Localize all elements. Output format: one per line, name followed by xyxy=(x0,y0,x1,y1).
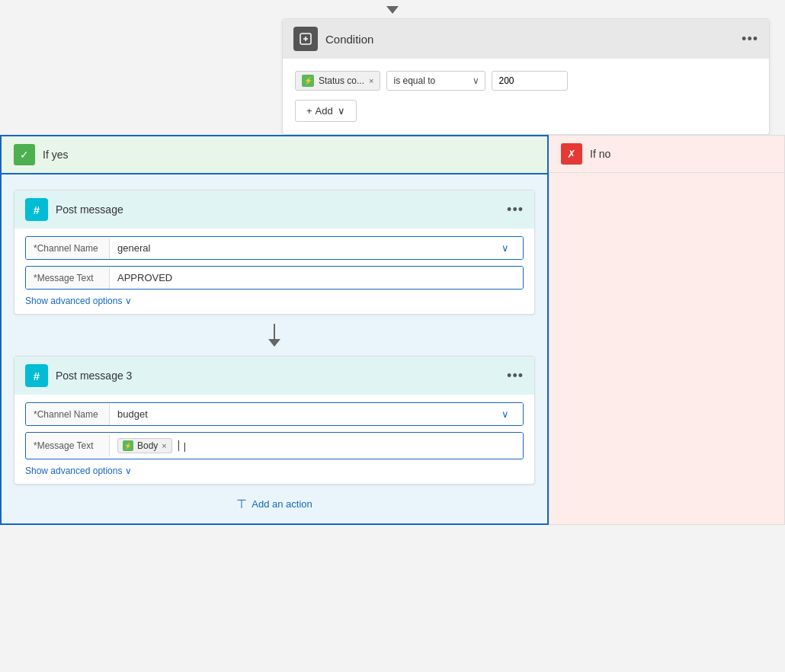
chip-close-button[interactable]: × xyxy=(369,76,373,85)
add-action-button[interactable]: ⊤ Add an action xyxy=(236,497,312,511)
body-chip-close[interactable]: × xyxy=(162,441,166,450)
condition-value-input[interactable] xyxy=(492,71,568,91)
post-message-1-icon: # xyxy=(25,198,48,221)
operator-select[interactable]: is equal to is not equal to is greater t… xyxy=(386,71,485,91)
if-no-column: ✗ If no xyxy=(549,135,785,525)
text-cursor xyxy=(178,440,179,451)
channel-name-label-2: *Channel Name xyxy=(26,404,110,425)
channel-name-value-1[interactable]: general ∨ xyxy=(110,237,523,259)
message-text-value-1[interactable]: APPROVED xyxy=(110,267,523,289)
condition-menu-dots[interactable]: ••• xyxy=(742,31,758,47)
arrow-down-icon-2 xyxy=(268,339,280,347)
add-action-row: ⊤ Add an action xyxy=(14,497,535,511)
channel-name-label-1: *Channel Name xyxy=(26,238,110,259)
post-message-2-icon: # xyxy=(25,364,48,387)
message-text-value-2[interactable]: ⚡ Body × | xyxy=(110,433,523,459)
message-text-row-2: *Message Text ⚡ Body × | xyxy=(25,432,524,459)
channel-name-row-1: *Channel Name general ∨ xyxy=(25,236,524,260)
post-message-1-body: *Channel Name general ∨ *Message Text AP… xyxy=(14,229,534,314)
post-message-2-body: *Channel Name budget ∨ *Message Text xyxy=(14,395,534,484)
channel-name-value-2[interactable]: budget ∨ xyxy=(110,403,523,425)
channel-chevron-2: ∨ xyxy=(495,408,515,420)
condition-row: ⚡ Status co... × is equal to is not equa… xyxy=(295,71,757,91)
cursor-line: | xyxy=(184,440,186,452)
add-action-icon: ⊤ xyxy=(236,497,247,511)
post-message-2-card: # Post message 3 ••• *Channel Name budge… xyxy=(14,356,535,485)
post-message-2-title: Post message 3 xyxy=(56,370,499,382)
if-no-label: If no xyxy=(590,148,610,160)
if-no-icon: ✗ xyxy=(561,143,582,165)
post-message-1-title: Post message xyxy=(56,203,499,216)
condition-icon xyxy=(293,27,318,51)
if-yes-column: ✓ If yes # Post message ••• *Channel Nam… xyxy=(0,135,549,525)
condition-title: Condition xyxy=(325,33,734,46)
page-container: Condition ••• ⚡ Status co... × is equal … xyxy=(0,0,785,672)
if-no-body xyxy=(549,173,785,525)
top-connector-arrow xyxy=(0,0,785,18)
condition-body: ⚡ Status co... × is equal to is not equa… xyxy=(283,59,769,134)
yes-branch-content: # Post message ••• *Channel Name general… xyxy=(0,174,549,525)
mid-arrow-1 xyxy=(14,315,535,356)
if-yes-header: ✓ If yes xyxy=(0,135,549,174)
operator-select-wrapper[interactable]: is equal to is not equal to is greater t… xyxy=(386,71,485,91)
add-icon: + xyxy=(306,105,312,117)
post-message-1-menu[interactable]: ••• xyxy=(507,202,524,218)
chip-label: Status co... xyxy=(319,75,364,86)
show-advanced-1[interactable]: Show advanced options ∨ xyxy=(25,296,524,306)
add-condition-button[interactable]: + + Add ∨ Add ∨ xyxy=(295,100,357,122)
arrow-stem-1 xyxy=(274,324,275,339)
if-yes-label: If yes xyxy=(43,149,68,161)
post-message-1-header: # Post message ••• xyxy=(14,190,534,229)
chip-lightning-icon: ⚡ xyxy=(302,75,314,87)
body-chip[interactable]: ⚡ Body × xyxy=(117,438,172,453)
message-text-label-1: *Message Text xyxy=(26,267,110,289)
channel-name-row-2: *Channel Name budget ∨ xyxy=(25,402,524,426)
status-chip[interactable]: ⚡ Status co... × xyxy=(295,71,380,91)
if-no-header: ✗ If no xyxy=(549,135,785,173)
branch-row: ✓ If yes # Post message ••• *Channel Nam… xyxy=(0,135,785,525)
add-action-label: Add an action xyxy=(252,498,312,510)
condition-header: Condition ••• xyxy=(283,19,769,59)
message-text-row-1: *Message Text APPROVED xyxy=(25,266,524,290)
if-yes-icon: ✓ xyxy=(14,144,35,165)
body-chip-icon: ⚡ xyxy=(123,440,133,451)
mid-arrow-line-1 xyxy=(268,324,280,347)
post-message-2-header: # Post message 3 ••• xyxy=(14,357,534,395)
show-advanced-2[interactable]: Show advanced options ∨ xyxy=(25,466,524,476)
post-message-1-card: # Post message ••• *Channel Name general… xyxy=(14,190,535,315)
channel-chevron-1: ∨ xyxy=(495,242,515,254)
arrow-down-icon xyxy=(386,6,399,14)
post-message-2-menu[interactable]: ••• xyxy=(507,368,524,384)
body-chip-label: Body xyxy=(137,440,158,451)
message-text-label-2: *Message Text xyxy=(26,435,110,456)
condition-card: Condition ••• ⚡ Status co... × is equal … xyxy=(282,18,770,135)
